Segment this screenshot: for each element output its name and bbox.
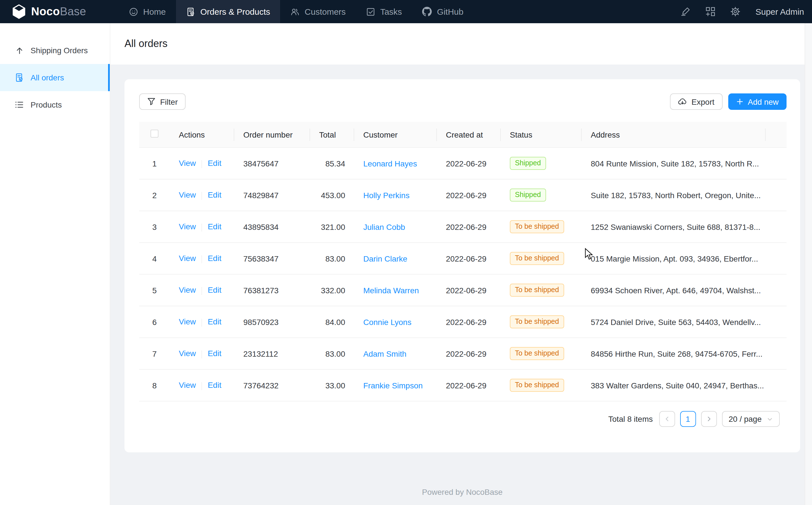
status-badge: To be shipped <box>510 252 564 265</box>
customer-cell: Melinda Warren <box>354 274 437 306</box>
order-document-check-icon <box>15 73 24 82</box>
nav-item-label: Tasks <box>380 7 402 16</box>
customer-link[interactable]: Adam Smith <box>363 349 407 358</box>
table-row[interactable]: 4 ViewEdit 75638347 83.00 Darin Clarke 2… <box>139 242 787 274</box>
total-cell: 33.00 <box>310 369 354 401</box>
order-number-cell: 74829847 <box>234 179 310 211</box>
address-cell: 804 Runte Mission, Suite 182, 15783, Nor… <box>582 148 766 179</box>
settings-gear-icon[interactable] <box>731 7 740 16</box>
status-badge: To be shipped <box>510 220 564 233</box>
total-cell: 453.00 <box>310 179 354 211</box>
view-link[interactable]: View <box>179 286 196 295</box>
nav-item-label: GitHub <box>437 7 464 16</box>
status-badge: Shipped <box>510 188 546 201</box>
sidebar-item-shipping-orders[interactable]: Shipping Orders <box>0 37 110 64</box>
table-row[interactable]: 6 ViewEdit 98570923 84.00 Connie Lyons 2… <box>139 306 787 338</box>
view-link[interactable]: View <box>179 317 196 326</box>
customer-link[interactable]: Leonard Hayes <box>363 159 417 168</box>
select-all-checkbox[interactable] <box>151 130 159 138</box>
pagination-next-button[interactable] <box>701 411 717 427</box>
address-cell: 84856 Hirthe Run, Suite 268, 94754-6705,… <box>582 338 766 369</box>
customer-cell: Holly Perkins <box>354 179 437 211</box>
edit-link[interactable]: Edit <box>208 381 221 390</box>
edit-link[interactable]: Edit <box>208 222 221 231</box>
created-at-cell: 2022-06-29 <box>437 211 501 242</box>
export-button[interactable]: Export <box>670 94 722 110</box>
status-badge: To be shipped <box>510 315 564 328</box>
column-header-created-at: Created at <box>437 122 501 148</box>
edit-link[interactable]: Edit <box>208 349 221 358</box>
sidebar-item-label: Shipping Orders <box>31 46 88 55</box>
action-separator <box>202 350 202 358</box>
page-scrollbar[interactable] <box>805 23 812 505</box>
order-number-cell: 98570923 <box>234 306 310 338</box>
customer-link[interactable]: Frankie Simpson <box>363 381 423 390</box>
nav-item-github[interactable]: GitHub <box>412 0 474 23</box>
nav-item-customers[interactable]: Customers <box>280 0 356 23</box>
ui-editor-highlighter-icon[interactable] <box>681 7 690 16</box>
sidebar-item-all-orders[interactable]: All orders <box>0 64 110 91</box>
table-row[interactable]: 8 ViewEdit 73764232 33.00 Frankie Simpso… <box>139 369 787 401</box>
powered-by-footer: Powered by NocoBase <box>124 487 800 497</box>
pagination-prev-button[interactable] <box>659 411 675 427</box>
row-index-cell: 7 <box>139 338 170 369</box>
toolbar-right: Export Add new <box>670 94 787 110</box>
column-header-address: Address <box>582 122 766 148</box>
table-row[interactable]: 5 ViewEdit 76381273 332.00 Melinda Warre… <box>139 274 787 306</box>
customer-link[interactable]: Melinda Warren <box>363 286 419 295</box>
actions-cell: ViewEdit <box>170 369 234 401</box>
edit-link[interactable]: Edit <box>208 286 221 295</box>
user-menu[interactable]: Super Admin <box>755 7 804 16</box>
action-separator <box>202 318 202 326</box>
customer-link[interactable]: Julian Cobb <box>363 222 405 231</box>
view-link[interactable]: View <box>179 159 196 168</box>
action-separator <box>202 192 202 200</box>
view-link[interactable]: View <box>179 349 196 358</box>
brand-name: NocoBase <box>31 5 86 18</box>
page-size-value: 20 / page <box>729 414 762 424</box>
page-size-select[interactable]: 20 / page <box>722 411 780 427</box>
created-at-cell: 2022-06-29 <box>437 306 501 338</box>
row-index: 6 <box>152 317 157 326</box>
table-row[interactable]: 1 ViewEdit 38475647 85.34 Leonard Hayes … <box>139 148 787 179</box>
brand-logo[interactable]: NocoBase <box>0 0 119 23</box>
add-new-button[interactable]: Add new <box>728 94 787 110</box>
actions-cell: ViewEdit <box>170 242 234 274</box>
column-header-customer: Customer <box>354 122 437 148</box>
nav-item-tasks[interactable]: Tasks <box>356 0 412 23</box>
table-row[interactable]: 2 ViewEdit 74829847 453.00 Holly Perkins… <box>139 179 787 211</box>
actions-cell: ViewEdit <box>170 274 234 306</box>
nav-item-orders-products[interactable]: Orders & Products <box>176 0 280 23</box>
chevron-down-icon <box>767 416 773 422</box>
view-link[interactable]: View <box>179 222 196 231</box>
customer-link[interactable]: Connie Lyons <box>363 317 412 326</box>
customer-link[interactable]: Darin Clarke <box>363 254 408 263</box>
edit-link[interactable]: Edit <box>208 317 221 326</box>
table-header-row: Actions Order number Total Customer Crea… <box>139 122 787 148</box>
action-separator <box>202 287 202 295</box>
nav-item-label: Home <box>143 7 166 16</box>
select-all-header <box>139 122 170 148</box>
edit-link[interactable]: Edit <box>208 190 221 200</box>
status-cell: Shipped <box>501 148 582 179</box>
table-row[interactable]: 3 ViewEdit 43895834 321.00 Julian Cobb 2… <box>139 211 787 242</box>
edit-link[interactable]: Edit <box>208 159 221 168</box>
customer-link[interactable]: Holly Perkins <box>363 190 410 200</box>
customer-cell: Julian Cobb <box>354 211 437 242</box>
view-link[interactable]: View <box>179 381 196 390</box>
filter-button[interactable]: Filter <box>139 94 186 110</box>
plugin-blocks-add-icon[interactable] <box>706 7 715 16</box>
view-link[interactable]: View <box>179 254 196 263</box>
pagination-page-1[interactable]: 1 <box>680 411 696 427</box>
sidebar-item-products[interactable]: Products <box>0 91 110 118</box>
order-number-cell: 38475647 <box>234 148 310 179</box>
nav-item-home[interactable]: Home <box>119 0 176 23</box>
edit-link[interactable]: Edit <box>208 254 221 263</box>
spacer-cell <box>766 148 787 179</box>
action-separator <box>202 255 202 263</box>
table-row[interactable]: 7 ViewEdit 23132112 83.00 Adam Smith 202… <box>139 338 787 369</box>
order-number-cell: 43895834 <box>234 211 310 242</box>
actions-cell: ViewEdit <box>170 338 234 369</box>
row-index: 5 <box>152 286 157 295</box>
view-link[interactable]: View <box>179 190 196 200</box>
